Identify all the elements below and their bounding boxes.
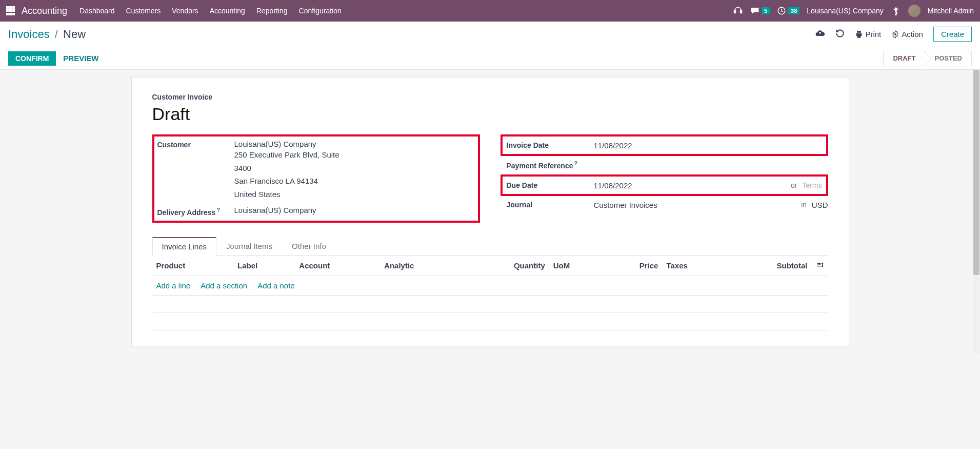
svg-point-3 bbox=[894, 33, 896, 35]
debug-icon[interactable] bbox=[891, 6, 901, 16]
breadcrumb-parent[interactable]: Invoices bbox=[8, 28, 50, 41]
due-date-label: Due Date bbox=[507, 181, 594, 189]
company-switcher[interactable]: Louisana(US) Company bbox=[807, 7, 883, 15]
customer-label: Customer bbox=[157, 140, 234, 201]
journal-label: Journal bbox=[507, 201, 594, 209]
nav-configuration[interactable]: Configuration bbox=[299, 7, 342, 15]
status-draft[interactable]: DRAFT bbox=[883, 51, 925, 66]
invoice-date-value[interactable]: 11/08/2022 bbox=[594, 141, 632, 150]
confirm-button[interactable]: CONFIRM bbox=[8, 51, 56, 66]
journal-value[interactable]: Customer Invoices bbox=[594, 201, 657, 209]
nav-dashboard[interactable]: Dashboard bbox=[79, 7, 115, 15]
create-button[interactable]: Create bbox=[933, 27, 972, 42]
control-panel: Invoices / New Print Action Create bbox=[0, 22, 980, 47]
col-label[interactable]: Label bbox=[233, 256, 295, 276]
customer-name[interactable]: Louisana(US) Company bbox=[234, 140, 339, 148]
nav-vendors[interactable]: Vendors bbox=[172, 7, 198, 15]
scroll-thumb[interactable] bbox=[973, 70, 979, 275]
help-icon[interactable]: ? bbox=[574, 160, 577, 166]
activities-badge: 38 bbox=[788, 7, 799, 14]
tab-journal-items[interactable]: Journal Items bbox=[216, 237, 282, 256]
action-button[interactable]: Action bbox=[891, 30, 923, 38]
col-taxes[interactable]: Taxes bbox=[662, 256, 726, 276]
col-quantity[interactable]: Quantity bbox=[463, 256, 549, 276]
voip-icon[interactable] bbox=[733, 6, 743, 16]
col-uom[interactable]: UoM bbox=[549, 256, 604, 276]
status-posted[interactable]: POSTED bbox=[926, 51, 972, 66]
svg-rect-1 bbox=[740, 10, 742, 13]
col-price[interactable]: Price bbox=[604, 256, 663, 276]
due-date-value[interactable]: 11/08/2022 bbox=[594, 181, 632, 190]
add-note-link[interactable]: Add a note bbox=[257, 281, 295, 290]
customer-addr-line1: 250 Executive Park Blvd, Suite bbox=[234, 148, 339, 162]
form-view: Customer Invoice Draft Customer Louisana… bbox=[0, 70, 980, 354]
col-analytic[interactable]: Analytic bbox=[380, 256, 463, 276]
form-title: Draft bbox=[152, 104, 828, 124]
help-icon[interactable]: ? bbox=[216, 207, 220, 213]
tab-invoice-lines[interactable]: Invoice Lines bbox=[152, 237, 217, 256]
optional-columns-icon[interactable] bbox=[816, 262, 824, 270]
main-navbar: Accounting Dashboard Customers Vendors A… bbox=[0, 0, 980, 22]
user-avatar[interactable] bbox=[908, 5, 921, 17]
delivery-label: Delivery Address? bbox=[157, 206, 234, 217]
add-row: Add a line Add a section Add a note bbox=[152, 276, 828, 295]
preview-button[interactable]: PREVIEW bbox=[63, 54, 98, 63]
customer-addr-line2: 3400 bbox=[234, 162, 339, 175]
tabs: Invoice Lines Journal Items Other Info bbox=[152, 237, 828, 256]
highlight-due-date: Due Date 11/08/2022 or Terms bbox=[501, 174, 828, 196]
empty-row bbox=[152, 313, 828, 330]
nav-customers[interactable]: Customers bbox=[126, 7, 161, 15]
highlight-invoice-date: Invoice Date 11/08/2022 bbox=[501, 134, 828, 156]
form-sheet: Customer Invoice Draft Customer Louisana… bbox=[131, 77, 849, 346]
in-text: in bbox=[801, 201, 807, 209]
user-name[interactable]: Mitchell Admin bbox=[928, 7, 974, 15]
invoice-lines-table: Product Label Account Analytic Quantity … bbox=[152, 256, 828, 330]
add-line-link[interactable]: Add a line bbox=[156, 281, 191, 290]
svg-rect-0 bbox=[734, 10, 735, 13]
or-text: or bbox=[791, 181, 797, 189]
statusbar: CONFIRM PREVIEW DRAFT POSTED bbox=[0, 47, 980, 70]
highlight-customer-block: Customer Louisana(US) Company 250 Execut… bbox=[152, 134, 480, 223]
customer-addr-line4: United States bbox=[234, 188, 339, 201]
breadcrumb-current: New bbox=[63, 28, 86, 41]
app-brand[interactable]: Accounting bbox=[22, 6, 67, 16]
breadcrumb: Invoices / New bbox=[8, 28, 86, 41]
invoice-date-label: Invoice Date bbox=[507, 141, 594, 149]
tab-other-info[interactable]: Other Info bbox=[282, 237, 336, 256]
cloud-upload-icon[interactable] bbox=[815, 28, 825, 41]
nav-accounting[interactable]: Accounting bbox=[210, 7, 245, 15]
col-subtotal[interactable]: Subtotal bbox=[727, 256, 812, 276]
apps-switcher-icon[interactable] bbox=[6, 6, 15, 15]
vertical-scrollbar[interactable] bbox=[973, 70, 980, 354]
messaging-badge: 5 bbox=[762, 7, 770, 14]
col-account[interactable]: Account bbox=[295, 256, 380, 276]
discard-icon[interactable] bbox=[835, 29, 845, 40]
activities-button[interactable]: 38 bbox=[777, 6, 799, 15]
col-product[interactable]: Product bbox=[152, 256, 233, 276]
print-button[interactable]: Print bbox=[855, 30, 881, 38]
customer-addr-line3: San Francisco LA 94134 bbox=[234, 174, 339, 188]
payment-ref-label: Payment Reference? bbox=[507, 160, 594, 170]
form-subtitle: Customer Invoice bbox=[152, 93, 828, 101]
nav-reporting[interactable]: Reporting bbox=[256, 7, 288, 15]
terms-field[interactable]: Terms bbox=[802, 181, 822, 189]
currency-value[interactable]: USD bbox=[812, 201, 828, 209]
empty-row bbox=[152, 295, 828, 313]
messaging-button[interactable]: 5 bbox=[750, 6, 770, 15]
add-section-link[interactable]: Add a section bbox=[201, 281, 247, 290]
delivery-value[interactable]: Louisana(US) Company bbox=[234, 206, 316, 217]
